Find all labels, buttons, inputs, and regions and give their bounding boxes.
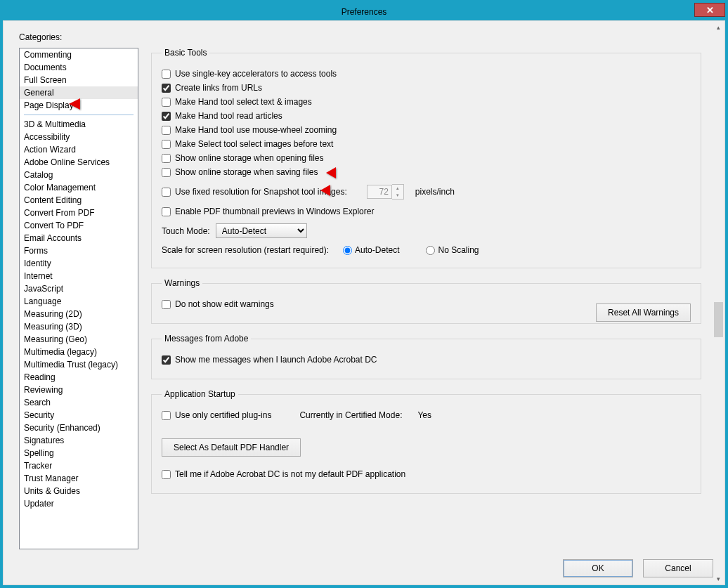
preferences-window: Preferences ✕ ▴ ▾ Categories: Commenting… xyxy=(0,0,728,588)
thumbnail-preview-label: Enable PDF thumbnail previews in Windows… xyxy=(175,207,374,216)
sidebar-item-updater[interactable]: Updater xyxy=(20,497,138,510)
touch-mode-label: Touch Mode: xyxy=(162,226,210,236)
reset-all-warnings-button[interactable]: Reset All Warnings xyxy=(596,303,691,322)
no-edit-warnings-label: Do not show edit warnings xyxy=(175,299,274,309)
single-key-label: Use single-key accelerators to access to… xyxy=(175,69,337,79)
sidebar-item-language[interactable]: Language xyxy=(20,295,138,308)
sidebar-item-reviewing[interactable]: Reviewing xyxy=(20,384,138,396)
sidebar-item-color-management[interactable]: Color Management xyxy=(20,181,138,194)
scale-auto-radio[interactable] xyxy=(343,246,352,255)
create-links-label: Create links from URLs xyxy=(175,83,262,93)
fixed-resolution-checkbox[interactable] xyxy=(162,188,171,197)
sidebar-item-convert-from-pdf[interactable]: Convert From PDF xyxy=(20,207,138,219)
online-save-label: Show online storage when saving files xyxy=(175,167,318,177)
sidebar-divider xyxy=(24,115,134,115)
single-key-checkbox[interactable] xyxy=(162,70,171,79)
window-body: ▴ ▾ Categories: CommentingDocumentsFull … xyxy=(3,20,725,585)
sidebar-item-internet[interactable]: Internet xyxy=(20,270,138,282)
sidebar-item-measuring-geo-[interactable]: Measuring (Geo) xyxy=(20,333,138,346)
scroll-down-icon[interactable]: ▾ xyxy=(713,573,724,584)
sidebar-item-multimedia-legacy-[interactable]: Multimedia (legacy) xyxy=(20,346,138,358)
online-save-checkbox[interactable] xyxy=(162,168,171,177)
thumbnail-preview-checkbox[interactable] xyxy=(162,207,171,216)
warnings-group: Warnings Do not show edit warnings Reset… xyxy=(151,278,701,324)
cancel-button[interactable]: Cancel xyxy=(643,559,713,577)
sidebar-item-units-guides[interactable]: Units & Guides xyxy=(20,485,138,497)
sidebar-item-documents[interactable]: Documents xyxy=(20,61,138,74)
spin-down-icon[interactable]: ▾ xyxy=(392,192,403,199)
startup-legend: Application Startup xyxy=(162,389,238,399)
hand-select-text-checkbox[interactable] xyxy=(162,98,171,107)
select-default-pdf-handler-button[interactable]: Select As Default PDF Handler xyxy=(162,438,301,457)
ok-button[interactable]: OK xyxy=(563,559,633,577)
sidebar-item-catalog[interactable]: Catalog xyxy=(20,169,138,181)
sidebar-item-full-screen[interactable]: Full Screen xyxy=(20,74,138,86)
sidebar-item-action-wizard[interactable]: Action Wizard xyxy=(20,143,138,156)
categories-label: Categories: xyxy=(19,32,701,42)
sidebar-item-forms[interactable]: Forms xyxy=(20,244,138,257)
sidebar-item-accessibility[interactable]: Accessibility xyxy=(20,131,138,143)
tell-me-default-checkbox[interactable] xyxy=(162,470,171,479)
hand-read-articles-checkbox[interactable] xyxy=(162,112,171,121)
sidebar-item-page-display[interactable]: Page Display xyxy=(20,99,138,112)
sidebar-item-multimedia-trust-legacy-[interactable]: Multimedia Trust (legacy) xyxy=(20,358,138,371)
fixed-resolution-label: Use fixed resolution for Snapshot tool i… xyxy=(175,187,347,197)
sidebar-item-trust-manager[interactable]: Trust Manager xyxy=(20,472,138,485)
sidebar-item-signatures[interactable]: Signatures xyxy=(20,434,138,447)
hand-mouse-wheel-checkbox[interactable] xyxy=(162,126,171,135)
sidebar-item-identity[interactable]: Identity xyxy=(20,257,138,270)
hand-select-text-label: Make Hand tool select text & images xyxy=(175,97,312,107)
categories-listbox[interactable]: CommentingDocumentsFull ScreenGeneralPag… xyxy=(19,48,138,549)
scale-none-label: No Scaling xyxy=(438,245,479,255)
titlebar: Preferences ✕ xyxy=(3,3,725,20)
show-messages-launch-checkbox[interactable] xyxy=(162,355,171,365)
certified-plugins-label: Use only certified plug-ins xyxy=(175,410,271,420)
sidebar-item-content-editing[interactable]: Content Editing xyxy=(20,194,138,207)
warnings-legend: Warnings xyxy=(162,278,202,288)
sidebar-item-email-accounts[interactable]: Email Accounts xyxy=(20,232,138,244)
fixed-resolution-unit: pixels/inch xyxy=(415,187,455,197)
basic-tools-legend: Basic Tools xyxy=(162,48,209,58)
close-button[interactable]: ✕ xyxy=(694,3,725,17)
select-images-before-checkbox[interactable] xyxy=(162,140,171,149)
sidebar-item-general[interactable]: General xyxy=(20,86,138,99)
hand-read-articles-label: Make Hand tool read articles xyxy=(175,111,282,121)
scrollbar[interactable]: ▴ ▾ xyxy=(713,21,724,584)
sidebar-item-3d-multimedia[interactable]: 3D & Multimedia xyxy=(20,118,138,131)
sidebar-item-measuring-2d-[interactable]: Measuring (2D) xyxy=(20,308,138,320)
sidebar-item-javascript[interactable]: JavaScript xyxy=(20,282,138,295)
no-edit-warnings-checkbox[interactable] xyxy=(162,300,171,309)
fixed-resolution-input[interactable] xyxy=(367,185,392,199)
hand-mouse-wheel-label: Make Hand tool use mouse-wheel zooming xyxy=(175,125,337,135)
certified-mode-value: Yes xyxy=(417,410,431,420)
certified-plugins-checkbox[interactable] xyxy=(162,411,171,420)
dialog-footer: OK Cancel xyxy=(563,559,713,577)
scroll-thumb[interactable] xyxy=(714,302,723,337)
sidebar-item-spelling[interactable]: Spelling xyxy=(20,447,138,459)
scale-auto-label: Auto-Detect xyxy=(355,245,399,255)
scale-label: Scale for screen resolution (restart req… xyxy=(162,245,329,255)
online-open-checkbox[interactable] xyxy=(162,154,171,163)
spin-up-icon[interactable]: ▴ xyxy=(392,185,403,192)
sidebar-item-convert-to-pdf[interactable]: Convert To PDF xyxy=(20,219,138,232)
scale-none-radio[interactable] xyxy=(426,246,435,255)
close-icon: ✕ xyxy=(706,6,714,15)
sidebar-item-commenting[interactable]: Commenting xyxy=(20,48,138,61)
sidebar-item-search[interactable]: Search xyxy=(20,396,138,409)
online-open-label: Show online storage when opening files xyxy=(175,153,323,163)
sidebar-item-reading[interactable]: Reading xyxy=(20,371,138,384)
certified-mode-label: Currently in Certified Mode: xyxy=(299,410,402,420)
sidebar-item-security[interactable]: Security xyxy=(20,409,138,422)
sidebar-item-adobe-online-services[interactable]: Adobe Online Services xyxy=(20,156,138,169)
main-panel: Basic Tools Use single-key accelerators … xyxy=(151,48,701,549)
scroll-up-icon[interactable]: ▴ xyxy=(713,21,724,33)
create-links-checkbox[interactable] xyxy=(162,84,171,93)
select-images-before-label: Make Select tool select images before te… xyxy=(175,139,333,149)
startup-group: Application Startup Use only certified p… xyxy=(151,389,701,494)
touch-mode-select[interactable]: Auto-Detect xyxy=(216,223,307,238)
sidebar-item-tracker[interactable]: Tracker xyxy=(20,459,138,472)
messages-group: Messages from Adobe Show me messages whe… xyxy=(151,334,701,379)
sidebar-item-security-enhanced-[interactable]: Security (Enhanced) xyxy=(20,422,138,434)
messages-legend: Messages from Adobe xyxy=(162,334,251,344)
sidebar-item-measuring-3d-[interactable]: Measuring (3D) xyxy=(20,320,138,333)
